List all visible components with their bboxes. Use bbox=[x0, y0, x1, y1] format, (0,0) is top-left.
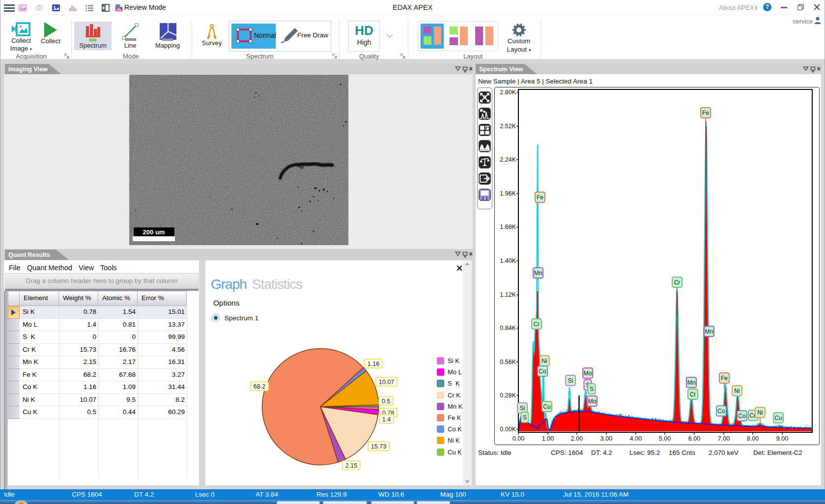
svg-text:1.16: 1.16 bbox=[368, 361, 379, 367]
svg-text:Mo: Mo bbox=[588, 398, 597, 405]
svg-text:Cu: Cu bbox=[774, 415, 782, 421]
svg-text:15.73: 15.73 bbox=[371, 443, 386, 450]
svg-text:Fe: Fe bbox=[721, 375, 728, 382]
svg-text:1.40K: 1.40K bbox=[500, 257, 516, 264]
svg-text:1.68K: 1.68K bbox=[500, 224, 516, 230]
svg-text:Si: Si bbox=[568, 377, 573, 384]
svg-text:Mn: Mn bbox=[705, 328, 713, 335]
svg-text:6.00: 6.00 bbox=[688, 435, 700, 442]
svg-text:Mn: Mn bbox=[534, 270, 542, 277]
svg-text:S: S bbox=[590, 386, 594, 392]
svg-text:0.28K: 0.28K bbox=[500, 392, 516, 399]
svg-text:8.00: 8.00 bbox=[747, 435, 759, 442]
svg-text:10.07: 10.07 bbox=[379, 379, 394, 386]
svg-text:2.24K: 2.24K bbox=[500, 156, 516, 163]
svg-text:Co: Co bbox=[539, 368, 546, 375]
svg-text:1.4: 1.4 bbox=[382, 416, 391, 423]
svg-text:S: S bbox=[523, 414, 527, 421]
svg-text:68.2: 68.2 bbox=[254, 383, 265, 390]
svg-text:1.96K: 1.96K bbox=[500, 190, 516, 197]
svg-text:7.00: 7.00 bbox=[718, 435, 730, 442]
svg-text:Ni: Ni bbox=[757, 409, 763, 416]
svg-text:4.00: 4.00 bbox=[630, 435, 642, 442]
svg-text:3.00: 3.00 bbox=[600, 435, 612, 442]
svg-text:9.00: 9.00 bbox=[776, 435, 788, 442]
svg-text:Ni: Ni bbox=[541, 358, 547, 364]
svg-text:Mo: Mo bbox=[584, 370, 592, 377]
svg-text:Cu: Cu bbox=[543, 403, 550, 410]
svg-text:Co: Co bbox=[717, 408, 725, 415]
svg-text:Co: Co bbox=[738, 413, 746, 420]
svg-text:0.00K: 0.00K bbox=[500, 426, 516, 433]
svg-text:2.15: 2.15 bbox=[345, 462, 357, 469]
svg-text:Fe: Fe bbox=[537, 194, 543, 201]
svg-text:Cr: Cr bbox=[674, 279, 681, 286]
svg-text:1.00: 1.00 bbox=[542, 435, 554, 442]
svg-text:5.00: 5.00 bbox=[659, 435, 671, 442]
svg-text:Ni: Ni bbox=[734, 388, 740, 394]
svg-text:0.00: 0.00 bbox=[512, 435, 524, 442]
svg-text:Mn: Mn bbox=[687, 379, 696, 386]
svg-text:Fe: Fe bbox=[702, 110, 709, 116]
svg-text:2.80K: 2.80K bbox=[500, 89, 516, 96]
svg-text:0.5: 0.5 bbox=[382, 398, 390, 405]
svg-text:Cr: Cr bbox=[534, 321, 540, 328]
svg-text:2.52K: 2.52K bbox=[500, 123, 516, 130]
svg-text:0.84K: 0.84K bbox=[500, 325, 516, 332]
svg-text:Cr: Cr bbox=[690, 391, 696, 398]
svg-text:200 um: 200 um bbox=[143, 228, 165, 236]
svg-text:2.00: 2.00 bbox=[571, 435, 583, 442]
svg-text:Si: Si bbox=[520, 405, 525, 412]
svg-text:1.12K: 1.12K bbox=[500, 291, 516, 298]
svg-text:0.56K: 0.56K bbox=[500, 359, 516, 365]
